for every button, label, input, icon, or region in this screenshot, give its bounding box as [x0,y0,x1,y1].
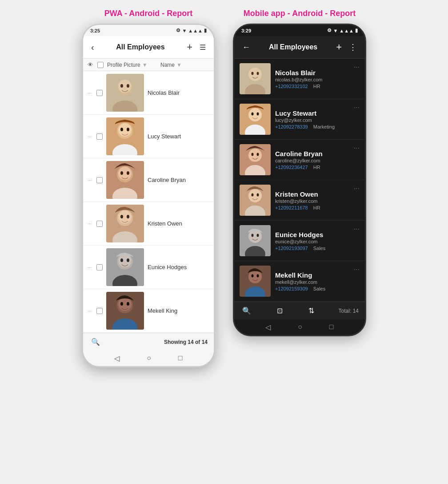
dark-row-phone[interactable]: +12092211678 [275,205,308,210]
pwa-square-nav-icon[interactable]: □ [178,354,183,363]
avatar-svg [240,225,271,256]
dark-header-actions: + ⋮ [334,40,359,54]
dark-row-phone[interactable]: +12092278339 [275,124,308,129]
dark-square-nav-icon[interactable]: □ [329,323,334,331]
row-avatar [106,205,144,242]
pwa-name-col: Name ▼ [160,62,209,68]
dark-row-more-icon[interactable]: ··· [354,266,360,274]
dark-sort-button[interactable]: ⇅ [307,306,316,316]
dark-row-more-icon[interactable]: ··· [354,63,360,71]
svg-point-4 [120,84,123,88]
row-avatar [106,161,144,199]
dark-row-bottom: +12092211678 HR [275,205,349,210]
dark-gear-icon: ⚙ [327,28,332,33]
avatar-svg [106,248,144,286]
pwa-header-title: All Employees [116,43,164,51]
pwa-add-button[interactable]: + [185,40,194,54]
pwa-eye-col: 👁 [88,61,97,68]
svg-point-22 [120,215,123,218]
svg-point-52 [248,189,262,202]
dark-bottom-bar: 🔍 ⊡ ⇅ Total: 14 [234,302,365,319]
svg-point-11 [127,128,129,131]
pwa-name-sort-icon: ▼ [176,62,182,68]
avatar-svg [106,205,144,242]
dark-row-email: kristen@zylker.com [275,198,349,204]
dark-row-dept: HR [313,165,320,170]
row-checkbox[interactable] [96,308,106,314]
table-row[interactable]: ··· [83,158,214,202]
table-row[interactable]: ··· [83,202,214,246]
pwa-pic-sort-icon: ▼ [142,62,148,68]
dark-add-button[interactable]: + [334,40,344,54]
svg-point-65 [257,274,259,278]
dark-nav-bar: ◁ ○ □ [234,319,365,335]
dark-avatar [240,185,271,216]
list-item[interactable]: Lucy Stewart lucy@zylker.com +1209227833… [234,99,365,140]
row-name: Kristen Owen [148,220,209,227]
pwa-bottom-bar: 🔍 Showing 14 of 14 [83,333,214,351]
pwa-signal-icon: ▲▲▲ [188,28,203,33]
dark-signal-icon: ▲▲▲ [339,28,354,33]
dark-row-phone[interactable]: +12092332102 [275,84,308,89]
dark-row-phone[interactable]: +12092159309 [275,286,308,291]
dark-search-button[interactable]: 🔍 [240,306,253,316]
pwa-gear-icon: ⚙ [176,28,180,33]
dark-home-nav-icon[interactable]: ○ [298,323,302,331]
dark-row-email: caroline@zylker.com [275,158,349,163]
list-item[interactable]: Eunice Hodges eunice@zylker.com +1209219… [234,221,365,261]
dark-menu-button[interactable]: ⋮ [347,41,359,53]
pwa-back-nav-icon[interactable]: ◁ [114,354,120,363]
row-checkbox[interactable] [96,221,106,227]
dark-row-phone[interactable]: +12092193097 [275,246,308,251]
dark-row-more-icon[interactable]: ··· [354,185,360,193]
dark-row-more-icon[interactable]: ··· [354,104,360,112]
svg-point-49 [252,153,254,156]
dark-row-phone[interactable]: +12092236427 [275,165,308,170]
svg-point-60 [257,234,259,237]
row-checkbox[interactable] [96,133,106,140]
dark-row-bottom: +12092332102 HR [275,84,349,89]
list-item[interactable]: Nicolas Blair nicolas.b@zylker.com +1209… [234,59,365,99]
row-avatar [106,292,144,330]
pwa-home-nav-icon[interactable]: ○ [147,354,151,363]
table-row[interactable]: ··· [83,246,214,289]
dark-header-title: All Employees [269,43,317,51]
pwa-phone-wrapper: PWA - Android - Report 3:25 ⚙ ▼ ▲▲▲ ▮ ‹ … [82,9,215,367]
svg-point-9 [118,123,132,137]
row-checkbox[interactable] [96,177,106,183]
list-item[interactable]: Caroline Bryan caroline@zylker.com +1209… [234,140,365,180]
dark-app-header: ← All Employees + ⋮ [234,36,365,59]
dark-back-nav-icon[interactable]: ◁ [265,323,271,331]
row-checkbox[interactable] [96,264,106,270]
table-row[interactable]: ··· [83,115,214,158]
pwa-search-button[interactable]: 🔍 [89,337,102,347]
svg-point-27 [118,254,132,267]
pwa-menu-button[interactable]: ☰ [198,42,208,52]
avatar-svg [106,292,144,330]
dark-avatar [240,225,271,256]
dark-copy-button[interactable]: ⊡ [275,306,284,316]
pwa-nav-bar: ◁ ○ □ [83,351,214,366]
dark-status-bar: 3:29 ⚙ ▼ ▲▲▲ ▮ [234,25,365,36]
list-item[interactable]: Kristen Owen kristen@zylker.com +1209221… [234,180,365,221]
row-name: Mekell King [148,307,209,314]
dark-row-more-icon[interactable]: ··· [354,225,360,233]
table-row[interactable]: ··· [83,289,214,333]
svg-point-54 [252,194,254,197]
dark-row-email: nicolas.b@zylker.com [275,77,349,82]
list-item[interactable]: Mekell King mekell@zylker.com +120921593… [234,261,365,302]
dark-row-info: Nicolas Blair nicolas.b@zylker.com +1209… [275,69,349,89]
svg-point-23 [127,215,129,218]
row-dots-icon: ··· [88,134,96,139]
svg-point-33 [118,298,132,311]
row-checkbox[interactable] [96,90,106,96]
svg-point-3 [118,80,132,93]
dark-row-name: Eunice Hodges [275,231,349,238]
table-row[interactable]: ··· [83,71,214,115]
dark-row-more-icon[interactable]: ··· [354,144,360,152]
dark-row-info: Caroline Bryan caroline@zylker.com +1209… [275,150,349,170]
dark-back-button[interactable]: ← [240,42,252,53]
pwa-back-button[interactable]: ‹ [89,41,96,53]
svg-point-29 [127,258,129,262]
avatar-svg [106,117,144,155]
